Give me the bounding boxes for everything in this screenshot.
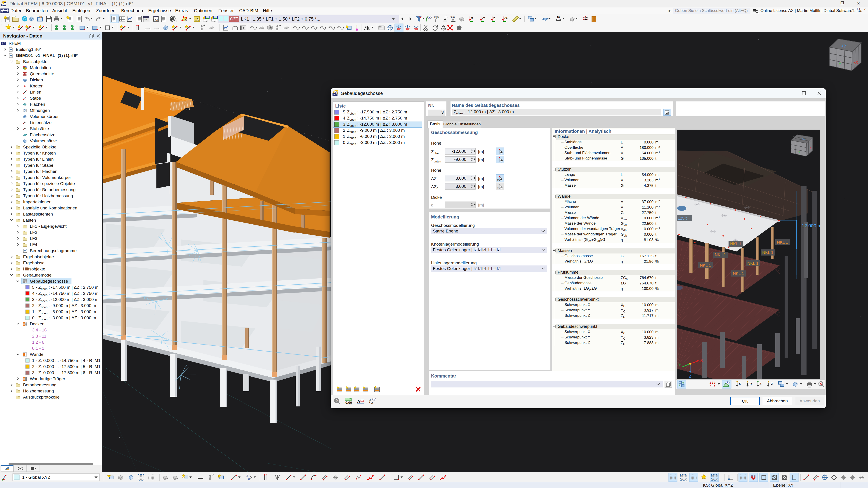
svg-text:I: I [26, 98, 26, 101]
svg-text:Z: Z [760, 382, 762, 386]
svg-text:-x: -x [809, 146, 811, 149]
svg-text:NKL 1: NKL 1 [715, 253, 726, 257]
svg-text:-Y: -Y [482, 17, 485, 20]
svg-text:NKL 1: NKL 1 [762, 250, 773, 255]
svg-text:LK1: LK1 [241, 17, 249, 22]
svg-text:C: C [23, 17, 26, 21]
svg-text:1 2 3: 1 2 3 [710, 381, 716, 384]
svg-text:GZT: GZT [230, 17, 238, 21]
svg-text:–: – [195, 19, 197, 22]
svg-text:10: 10 [557, 16, 560, 19]
svg-text:6: 6 [333, 90, 334, 93]
svg-text:125 t: 125 t [678, 216, 687, 221]
svg-text:-12.000 m: -12.000 m [800, 223, 820, 228]
svg-text:-y: -y [797, 150, 800, 153]
svg-text:0.00: 0.00 [345, 400, 352, 404]
svg-text:NKL 1: NKL 1 [747, 261, 758, 266]
svg-text:-X: -X [853, 59, 859, 66]
svg-text:>sc: >sc [153, 19, 158, 22]
svg-text:>>: >> [144, 18, 147, 21]
svg-text:NKL 1: NKL 1 [733, 271, 744, 276]
svg-text:Z: Z [689, 374, 691, 379]
svg-text:NKL 1: NKL 1 [777, 240, 788, 245]
svg-text:?: ? [336, 399, 338, 403]
svg-text:1.35 * LF1 + 1.50 * LF2 + 0.75: 1.35 * LF1 + 1.50 * LF2 + 0.75 *... [253, 17, 320, 22]
svg-text:Y: Y [678, 363, 681, 367]
svg-text:X: X [471, 17, 473, 20]
svg-text:+z: +z [802, 137, 805, 140]
svg-text:-Y: -Y [836, 61, 842, 67]
svg-text:NKL 1: NKL 1 [730, 242, 741, 246]
svg-text:+: + [25, 123, 27, 125]
svg-text:+Z: +Z [841, 43, 847, 49]
svg-text:Z: Z [493, 17, 495, 20]
svg-text:6: 6 [248, 477, 250, 481]
svg-text:-Y: -Y [749, 382, 752, 386]
svg-text:X: X [700, 358, 703, 363]
svg-text:-Z: -Z [770, 382, 773, 386]
svg-text:X: X [739, 382, 741, 386]
svg-text:2x: 2x [497, 179, 500, 182]
svg-text:A: A [357, 399, 360, 404]
svg-text:NKL 1: NKL 1 [700, 263, 711, 268]
svg-text:f: f [369, 398, 371, 404]
svg-text:x: x [371, 400, 373, 404]
svg-text:2: 2 [246, 474, 248, 478]
svg-text:2x: 2x [497, 187, 500, 190]
svg-text:+: + [25, 129, 27, 131]
svg-text:1 - Global XYZ: 1 - Global XYZ [22, 475, 51, 480]
svg-text:6: 6 [2, 1, 3, 4]
